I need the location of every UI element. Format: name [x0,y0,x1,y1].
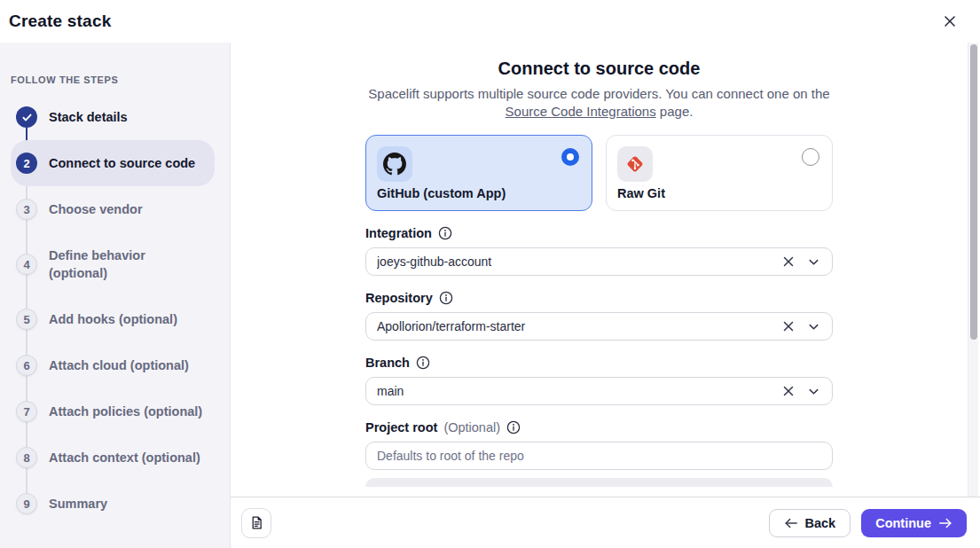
provider-radio-selected[interactable] [561,148,579,166]
continue-button[interactable]: Continue [861,509,967,537]
github-icon [377,146,412,182]
sidebar-item-attach-cloud[interactable]: 6 Attach cloud (optional) [11,342,215,388]
back-label: Back [805,516,836,530]
sidebar-item-define-behavior[interactable]: 4 Define behavior (optional) [11,232,215,296]
step-number-bullet: 2 [16,153,37,174]
form-scroll-area: Connect to source code Spacelift support… [231,43,980,497]
steps-sidebar: FOLLOW THE STEPS Stack details 2 Connect… [0,43,231,548]
step-label: Summary [49,495,107,513]
sidebar-heading: FOLLOW THE STEPS [11,74,230,85]
provider-label: Raw Git [617,186,665,200]
next-section-peek [365,478,833,487]
sidebar-item-summary[interactable]: 9 Summary [11,481,215,527]
arrow-left-icon [784,517,798,529]
integration-input[interactable] [365,247,833,276]
info-icon[interactable] [416,356,430,370]
scrollbar-track[interactable] [968,43,978,497]
close-button[interactable] [937,9,962,34]
scrollbar-thumb[interactable] [970,44,977,340]
chevron-down-icon[interactable] [805,318,822,335]
provider-cards: GitHub (custom App) [365,135,833,211]
main-panel: Connect to source code Spacelift support… [231,43,980,548]
info-icon[interactable] [439,291,453,305]
integration-field-group: Integration [365,226,833,276]
step-number-bullet: 7 [16,401,37,422]
subtitle-text-after: page. [656,104,694,119]
step-number-bullet: 3 [16,199,37,220]
modal-footer: Back Continue [231,497,980,548]
step-completed-bullet [16,106,37,128]
check-icon [21,112,33,123]
provider-radio-unselected[interactable] [802,148,819,166]
sidebar-item-connect-to-source-code[interactable]: 2 Connect to source code [11,140,215,186]
continue-label: Continue [875,516,931,530]
source-code-integrations-link[interactable]: Source Code Integrations [506,104,656,119]
sidebar-item-stack-details[interactable]: Stack details [11,94,215,140]
page-subtitle: Spacelift supports multiple source code … [365,85,833,121]
step-number-bullet: 4 [16,254,37,275]
git-icon [617,146,653,182]
clear-icon[interactable] [780,383,796,399]
project-root-label: Project root [365,420,437,434]
subtitle-text: Spacelift supports multiple source code … [368,86,829,101]
repository-input[interactable] [365,312,833,341]
step-number-bullet: 9 [16,493,37,514]
sidebar-item-attach-context[interactable]: 8 Attach context (optional) [11,434,215,481]
sidebar-item-choose-vendor[interactable]: 3 Choose vendor [11,186,215,232]
branch-input[interactable] [365,377,833,405]
step-label: Define behavior (optional) [49,247,182,282]
clear-icon[interactable] [780,318,796,334]
step-number-bullet: 6 [16,355,37,376]
create-stack-modal: Create stack FOLLOW THE STEPS Stack deta… [0,0,980,548]
back-button[interactable]: Back [769,509,851,537]
step-label: Stack details [49,108,128,126]
step-number-bullet: 8 [16,447,37,468]
step-label: Connect to source code [49,154,195,172]
chevron-down-icon[interactable] [805,254,822,270]
branch-field-group: Branch [365,356,833,405]
provider-card-raw-git[interactable]: Raw Git [606,135,833,211]
step-label: Attach policies (optional) [49,403,202,420]
step-label: Attach context (optional) [49,449,200,466]
sidebar-item-add-hooks[interactable]: 5 Add hooks (optional) [11,296,215,342]
page-title: Connect to source code [365,59,833,79]
sidebar-item-attach-policies[interactable]: 7 Attach policies (optional) [11,388,215,434]
close-icon [943,14,957,28]
branch-label: Branch [365,356,410,370]
provider-label: GitHub (custom App) [377,186,506,200]
info-icon[interactable] [506,420,521,434]
modal-title: Create stack [9,12,111,31]
repository-field-group: Repository [365,291,833,341]
step-label: Attach cloud (optional) [49,356,189,374]
repository-label: Repository [365,291,433,305]
step-number-bullet: 5 [16,309,37,330]
step-label: Add hooks (optional) [49,310,177,328]
project-root-input[interactable] [365,442,833,470]
step-label: Choose vendor [49,200,143,218]
document-icon [249,515,264,530]
clear-icon[interactable] [780,254,796,270]
optional-tag: (Optional) [443,420,500,434]
project-root-field-group: Project root (Optional) [365,420,833,470]
info-icon[interactable] [438,226,452,240]
steps-list: Stack details 2 Connect to source code 3… [0,94,230,527]
chevron-down-icon[interactable] [805,383,822,400]
arrow-right-icon [938,517,953,529]
documentation-button[interactable] [241,508,271,538]
provider-card-github[interactable]: GitHub (custom App) [365,135,592,211]
modal-header: Create stack [0,0,980,43]
integration-label: Integration [365,226,432,240]
